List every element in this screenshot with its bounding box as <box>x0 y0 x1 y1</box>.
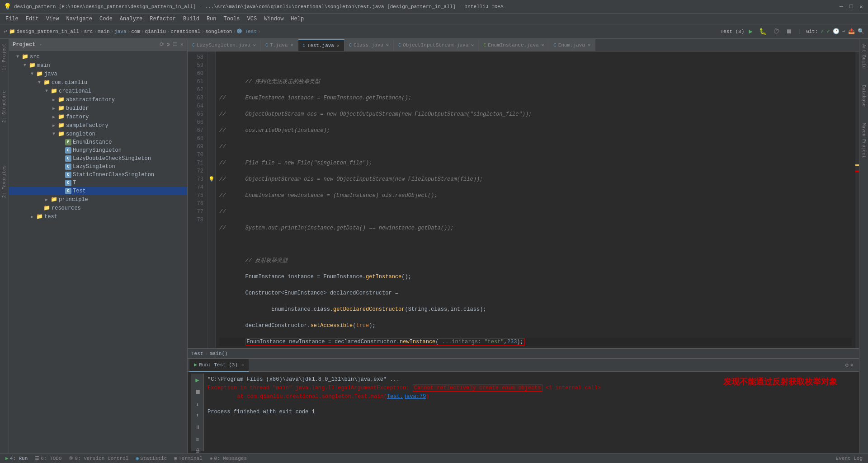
right-tab-artbuild[interactable]: Art Build <box>860 41 867 72</box>
tree-factory[interactable]: ▶ 📁 factory <box>9 112 187 121</box>
tree-t[interactable]: C T <box>9 179 187 187</box>
git-push[interactable]: 📤 <box>848 28 855 35</box>
code-content[interactable]: // 序列化无法攻击的枚举类型 // EnumInstance instance… <box>216 51 855 348</box>
run-pause-btn[interactable]: ⏸ <box>195 424 200 432</box>
bc-item-2[interactable]: src <box>84 29 93 34</box>
bc-item-4[interactable]: java <box>114 29 126 34</box>
run-wrap-btn[interactable]: ≡ <box>196 436 199 444</box>
run-stop-btn[interactable]: ⏹ <box>194 387 201 397</box>
menu-analyze[interactable]: Analyze <box>116 15 146 23</box>
tab-lazysingleton[interactable]: C LazySingleton.java ✕ <box>188 39 261 51</box>
tree-principle[interactable]: ▶ 📁 principle <box>9 195 187 204</box>
tree-creational[interactable]: ▼ 📁 creational <box>9 87 187 95</box>
tab-test[interactable]: C Test.java ✕ <box>298 39 344 51</box>
menu-edit[interactable]: Edit <box>22 15 42 23</box>
bc-item-9[interactable]: 🅒 Test <box>237 28 257 34</box>
bottom-close-icon[interactable]: ✕ <box>850 362 854 369</box>
tree-test-folder[interactable]: ▶ 📁 test <box>9 212 187 221</box>
tree-enuminstance[interactable]: E EnumInstance <box>9 138 187 146</box>
tab-class[interactable]: C Class.java ✕ <box>344 39 394 51</box>
tab-close-enuminstance[interactable]: ✕ <box>542 42 544 48</box>
menu-tools[interactable]: Tools <box>220 15 244 23</box>
bottom-toolbar-run[interactable]: ▶ 4: Run <box>2 454 31 462</box>
side-tab-project[interactable]: 1: Project <box>1 41 8 73</box>
run-button[interactable]: ▶ <box>747 27 754 36</box>
bc-bottom-main[interactable]: main() <box>210 351 228 356</box>
menu-help[interactable]: Help <box>287 15 307 23</box>
tree-main[interactable]: ▼ 📁 main <box>9 61 187 70</box>
stop-button[interactable]: ⏹ <box>784 27 794 36</box>
tree-hungrysingleton[interactable]: C HungrySingleton <box>9 146 187 154</box>
menu-build[interactable]: Build <box>179 15 203 23</box>
bc-item-8[interactable]: songleton <box>205 29 232 34</box>
menu-view[interactable]: View <box>42 15 63 23</box>
bottom-toolbar-vcs[interactable]: ⑨ 9: Version Control <box>65 454 132 462</box>
menu-navigate[interactable]: Navigate <box>62 15 96 23</box>
menu-code[interactable]: Code <box>96 15 116 23</box>
side-tab-structure[interactable]: 2: Structure <box>1 88 8 126</box>
bc-item-6[interactable]: qianliu <box>145 29 166 34</box>
menu-window[interactable]: Window <box>260 15 287 23</box>
event-log-item[interactable]: Event Log <box>836 455 866 462</box>
git-undo[interactable]: ↩ <box>842 28 845 35</box>
tree-staticinnerclasssingleton[interactable]: C StaticInnerClassSingleton <box>9 171 187 179</box>
run-tab[interactable]: ▶ Run: Test (3) ✕ <box>189 359 249 372</box>
bottom-toolbar-statistic[interactable]: ◉ Statistic <box>132 454 170 462</box>
close-button[interactable]: ✕ <box>858 4 864 10</box>
tree-songleton[interactable]: ▼ 📁 songleton <box>9 130 187 138</box>
bc-item-5[interactable]: com <box>131 29 140 34</box>
run-coverage[interactable]: ⏱ <box>771 27 781 36</box>
tree-lazysingleton[interactable]: C LazySingleton <box>9 163 187 171</box>
project-close-icon[interactable]: ✕ <box>180 41 184 48</box>
tab-enuminstance[interactable]: E EnumInstance.java ✕ <box>479 39 549 51</box>
minimize-button[interactable]: ─ <box>838 4 844 10</box>
run-restart-btn[interactable]: ▶ <box>195 375 199 385</box>
project-gear-icon[interactable]: ⚙ <box>167 41 170 48</box>
right-tab-maven[interactable]: Maven Project <box>860 119 867 162</box>
side-tab-favorites[interactable]: 2: Favorites <box>1 163 8 201</box>
tree-src[interactable]: ▼ 📁 src <box>9 52 187 61</box>
warning-icon-73[interactable]: 💡 <box>208 175 215 183</box>
tab-close-ois[interactable]: ✕ <box>471 42 474 48</box>
bc-item-1[interactable]: design_pattern_in_all <box>16 29 79 34</box>
tab-objectinputstream[interactable]: C ObjectInputStream.java ✕ <box>394 39 479 51</box>
git-check-2[interactable]: ✓ <box>827 28 830 35</box>
project-sync-icon[interactable]: ⟳ <box>160 41 164 48</box>
tab-close-class[interactable]: ✕ <box>386 42 389 48</box>
tree-com-qianliu[interactable]: ▼ 📁 com.qianliu <box>9 78 187 87</box>
tree-resources[interactable]: 📁 resources <box>9 204 187 212</box>
menu-run[interactable]: Run <box>203 15 220 23</box>
run-scroll-up-btn[interactable]: ⬆ <box>196 412 199 420</box>
bottom-gear-icon[interactable]: ⚙ <box>845 362 849 369</box>
tab-close-test[interactable]: ✕ <box>337 43 340 48</box>
tree-builder[interactable]: ▶ 📁 builder <box>9 104 187 112</box>
bc-item-3[interactable]: main <box>98 29 109 34</box>
run-tab-close[interactable]: ✕ <box>241 362 244 368</box>
bottom-toolbar-todo[interactable]: ☰ 6: TODO <box>31 454 65 462</box>
menu-file[interactable]: File <box>2 15 22 23</box>
tab-close-lazysingleton[interactable]: ✕ <box>253 42 256 48</box>
tab-close-t[interactable]: ✕ <box>291 42 293 48</box>
run-print-btn[interactable]: 🖨 <box>195 447 200 453</box>
code-editor[interactable]: 58 59 60 61 62 63 64 65 66 67 68 69 70 7… <box>188 51 859 348</box>
tree-abstractfactory[interactable]: ▶ 📁 abstractfactory <box>9 95 187 104</box>
tab-t[interactable]: C T.java ✕ <box>261 39 298 51</box>
right-tab-database[interactable]: Database <box>860 81 867 110</box>
menu-vcs[interactable]: VCS <box>244 15 261 23</box>
tree-lazydoublechecksingleton[interactable]: C LazyDoubleCheckSingleton <box>9 154 187 163</box>
menu-refactor[interactable]: Refactor <box>146 15 179 23</box>
git-check-1[interactable]: ✓ <box>821 28 824 35</box>
toolbar-back[interactable]: ↩ <box>4 28 7 35</box>
git-history[interactable]: 🕐 <box>833 28 840 35</box>
tree-samplefactory[interactable]: ▶ 📁 samplefactory <box>9 121 187 130</box>
tab-close-enum[interactable]: ✕ <box>588 42 590 48</box>
git-search[interactable]: 🔍 <box>858 28 864 35</box>
bottom-toolbar-messages[interactable]: ◈ 0: Messages <box>206 454 250 462</box>
project-settings-icon[interactable]: ☰ <box>173 41 178 48</box>
bc-bottom-test[interactable]: Test <box>191 351 203 356</box>
maximize-button[interactable]: □ <box>848 4 854 10</box>
bc-item-7[interactable]: creational <box>170 29 200 34</box>
tree-test[interactable]: C Test <box>9 187 187 195</box>
tree-java[interactable]: ▼ 📁 java <box>9 70 187 78</box>
tab-enum[interactable]: C Enum.java ✕ <box>549 39 595 51</box>
